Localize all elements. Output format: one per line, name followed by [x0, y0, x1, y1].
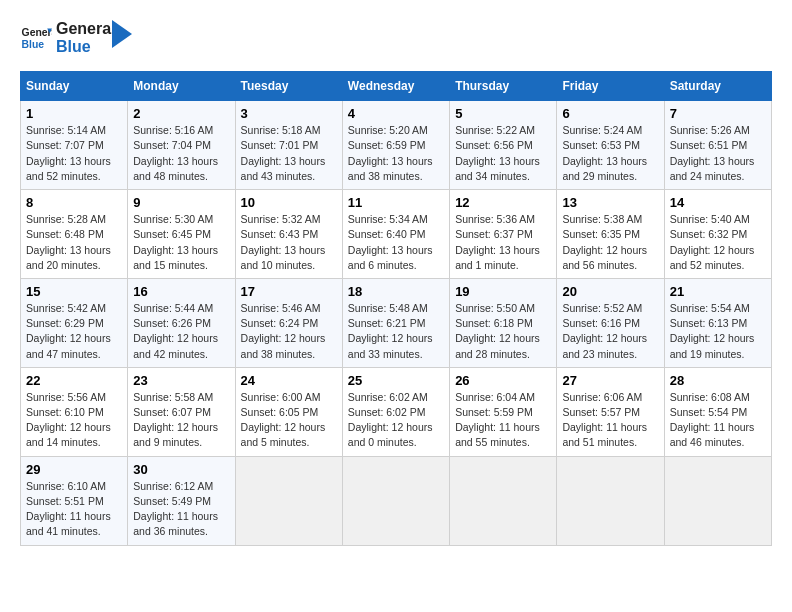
- day-number: 7: [670, 106, 766, 121]
- logo-text-blue: Blue: [56, 38, 116, 56]
- day-info: Sunrise: 5:18 AMSunset: 7:01 PMDaylight:…: [241, 124, 326, 182]
- weekday-saturday: Saturday: [664, 72, 771, 101]
- day-number: 26: [455, 373, 551, 388]
- week-row-1: 1Sunrise: 5:14 AMSunset: 7:07 PMDaylight…: [21, 101, 772, 190]
- calendar-cell: 29Sunrise: 6:10 AMSunset: 5:51 PMDayligh…: [21, 456, 128, 545]
- day-number: 20: [562, 284, 658, 299]
- day-number: 21: [670, 284, 766, 299]
- logo-text-general: General: [56, 20, 116, 38]
- weekday-sunday: Sunday: [21, 72, 128, 101]
- svg-text:General: General: [22, 27, 52, 38]
- day-number: 27: [562, 373, 658, 388]
- weekday-thursday: Thursday: [450, 72, 557, 101]
- day-number: 1: [26, 106, 122, 121]
- calendar-cell: 18Sunrise: 5:48 AMSunset: 6:21 PMDayligh…: [342, 278, 449, 367]
- logo-icon: General Blue: [20, 22, 52, 54]
- day-info: Sunrise: 5:32 AMSunset: 6:43 PMDaylight:…: [241, 213, 326, 271]
- calendar-cell: 15Sunrise: 5:42 AMSunset: 6:29 PMDayligh…: [21, 278, 128, 367]
- day-info: Sunrise: 5:50 AMSunset: 6:18 PMDaylight:…: [455, 302, 540, 360]
- day-number: 19: [455, 284, 551, 299]
- calendar-cell: 17Sunrise: 5:46 AMSunset: 6:24 PMDayligh…: [235, 278, 342, 367]
- calendar-cell: 3Sunrise: 5:18 AMSunset: 7:01 PMDaylight…: [235, 101, 342, 190]
- calendar-cell: 4Sunrise: 5:20 AMSunset: 6:59 PMDaylight…: [342, 101, 449, 190]
- calendar-cell: 5Sunrise: 5:22 AMSunset: 6:56 PMDaylight…: [450, 101, 557, 190]
- day-number: 13: [562, 195, 658, 210]
- day-number: 10: [241, 195, 337, 210]
- day-number: 8: [26, 195, 122, 210]
- day-number: 12: [455, 195, 551, 210]
- day-info: Sunrise: 5:48 AMSunset: 6:21 PMDaylight:…: [348, 302, 433, 360]
- day-info: Sunrise: 6:02 AMSunset: 6:02 PMDaylight:…: [348, 391, 433, 449]
- calendar-table: SundayMondayTuesdayWednesdayThursdayFrid…: [20, 71, 772, 545]
- day-info: Sunrise: 5:38 AMSunset: 6:35 PMDaylight:…: [562, 213, 647, 271]
- weekday-wednesday: Wednesday: [342, 72, 449, 101]
- day-info: Sunrise: 5:40 AMSunset: 6:32 PMDaylight:…: [670, 213, 755, 271]
- calendar-body: 1Sunrise: 5:14 AMSunset: 7:07 PMDaylight…: [21, 101, 772, 545]
- calendar-cell: 30Sunrise: 6:12 AMSunset: 5:49 PMDayligh…: [128, 456, 235, 545]
- day-number: 15: [26, 284, 122, 299]
- day-info: Sunrise: 6:08 AMSunset: 5:54 PMDaylight:…: [670, 391, 755, 449]
- day-number: 3: [241, 106, 337, 121]
- calendar-cell: 24Sunrise: 6:00 AMSunset: 6:05 PMDayligh…: [235, 367, 342, 456]
- day-info: Sunrise: 5:46 AMSunset: 6:24 PMDaylight:…: [241, 302, 326, 360]
- day-number: 30: [133, 462, 229, 477]
- calendar-cell: 20Sunrise: 5:52 AMSunset: 6:16 PMDayligh…: [557, 278, 664, 367]
- calendar-cell: 16Sunrise: 5:44 AMSunset: 6:26 PMDayligh…: [128, 278, 235, 367]
- day-number: 14: [670, 195, 766, 210]
- svg-marker-3: [112, 20, 132, 48]
- calendar-cell: 23Sunrise: 5:58 AMSunset: 6:07 PMDayligh…: [128, 367, 235, 456]
- calendar-cell: 1Sunrise: 5:14 AMSunset: 7:07 PMDaylight…: [21, 101, 128, 190]
- day-info: Sunrise: 5:54 AMSunset: 6:13 PMDaylight:…: [670, 302, 755, 360]
- calendar-cell: 25Sunrise: 6:02 AMSunset: 6:02 PMDayligh…: [342, 367, 449, 456]
- day-info: Sunrise: 5:22 AMSunset: 6:56 PMDaylight:…: [455, 124, 540, 182]
- calendar-cell: [450, 456, 557, 545]
- day-info: Sunrise: 6:10 AMSunset: 5:51 PMDaylight:…: [26, 480, 111, 538]
- day-number: 9: [133, 195, 229, 210]
- day-number: 17: [241, 284, 337, 299]
- day-info: Sunrise: 5:26 AMSunset: 6:51 PMDaylight:…: [670, 124, 755, 182]
- day-info: Sunrise: 5:16 AMSunset: 7:04 PMDaylight:…: [133, 124, 218, 182]
- day-number: 5: [455, 106, 551, 121]
- day-number: 28: [670, 373, 766, 388]
- calendar-cell: [342, 456, 449, 545]
- weekday-tuesday: Tuesday: [235, 72, 342, 101]
- calendar-cell: 28Sunrise: 6:08 AMSunset: 5:54 PMDayligh…: [664, 367, 771, 456]
- day-number: 6: [562, 106, 658, 121]
- calendar-cell: 27Sunrise: 6:06 AMSunset: 5:57 PMDayligh…: [557, 367, 664, 456]
- week-row-3: 15Sunrise: 5:42 AMSunset: 6:29 PMDayligh…: [21, 278, 772, 367]
- day-info: Sunrise: 5:34 AMSunset: 6:40 PMDaylight:…: [348, 213, 433, 271]
- week-row-4: 22Sunrise: 5:56 AMSunset: 6:10 PMDayligh…: [21, 367, 772, 456]
- day-number: 2: [133, 106, 229, 121]
- calendar-cell: 11Sunrise: 5:34 AMSunset: 6:40 PMDayligh…: [342, 190, 449, 279]
- day-info: Sunrise: 6:00 AMSunset: 6:05 PMDaylight:…: [241, 391, 326, 449]
- calendar-cell: 21Sunrise: 5:54 AMSunset: 6:13 PMDayligh…: [664, 278, 771, 367]
- calendar-cell: 13Sunrise: 5:38 AMSunset: 6:35 PMDayligh…: [557, 190, 664, 279]
- weekday-header-row: SundayMondayTuesdayWednesdayThursdayFrid…: [21, 72, 772, 101]
- day-info: Sunrise: 5:30 AMSunset: 6:45 PMDaylight:…: [133, 213, 218, 271]
- week-row-5: 29Sunrise: 6:10 AMSunset: 5:51 PMDayligh…: [21, 456, 772, 545]
- calendar-cell: [664, 456, 771, 545]
- day-number: 25: [348, 373, 444, 388]
- calendar-cell: 12Sunrise: 5:36 AMSunset: 6:37 PMDayligh…: [450, 190, 557, 279]
- day-number: 22: [26, 373, 122, 388]
- day-info: Sunrise: 5:56 AMSunset: 6:10 PMDaylight:…: [26, 391, 111, 449]
- calendar-cell: 14Sunrise: 5:40 AMSunset: 6:32 PMDayligh…: [664, 190, 771, 279]
- day-info: Sunrise: 5:24 AMSunset: 6:53 PMDaylight:…: [562, 124, 647, 182]
- calendar-cell: 19Sunrise: 5:50 AMSunset: 6:18 PMDayligh…: [450, 278, 557, 367]
- calendar-cell: 10Sunrise: 5:32 AMSunset: 6:43 PMDayligh…: [235, 190, 342, 279]
- day-info: Sunrise: 5:28 AMSunset: 6:48 PMDaylight:…: [26, 213, 111, 271]
- day-info: Sunrise: 6:06 AMSunset: 5:57 PMDaylight:…: [562, 391, 647, 449]
- svg-text:Blue: Blue: [22, 38, 45, 49]
- day-info: Sunrise: 5:58 AMSunset: 6:07 PMDaylight:…: [133, 391, 218, 449]
- day-info: Sunrise: 5:52 AMSunset: 6:16 PMDaylight:…: [562, 302, 647, 360]
- weekday-monday: Monday: [128, 72, 235, 101]
- calendar-cell: 2Sunrise: 5:16 AMSunset: 7:04 PMDaylight…: [128, 101, 235, 190]
- calendar-cell: 22Sunrise: 5:56 AMSunset: 6:10 PMDayligh…: [21, 367, 128, 456]
- day-number: 18: [348, 284, 444, 299]
- calendar-cell: 7Sunrise: 5:26 AMSunset: 6:51 PMDaylight…: [664, 101, 771, 190]
- day-info: Sunrise: 5:36 AMSunset: 6:37 PMDaylight:…: [455, 213, 540, 271]
- day-info: Sunrise: 5:14 AMSunset: 7:07 PMDaylight:…: [26, 124, 111, 182]
- calendar-cell: [557, 456, 664, 545]
- day-info: Sunrise: 6:04 AMSunset: 5:59 PMDaylight:…: [455, 391, 540, 449]
- calendar-cell: 8Sunrise: 5:28 AMSunset: 6:48 PMDaylight…: [21, 190, 128, 279]
